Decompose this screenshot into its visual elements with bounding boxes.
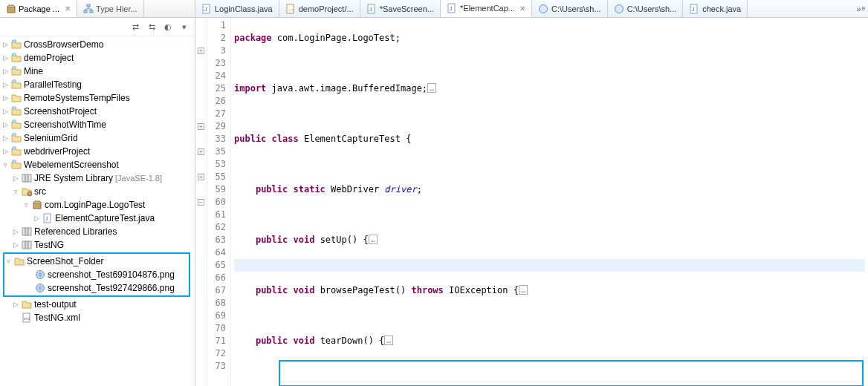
package-item[interactable]: ▿com.LoginPage.LogoTest [1,198,193,212]
line-number: 71 [207,335,226,347]
line-number-gutter[interactable]: 1232324252627293335535559606162636465666… [207,18,231,386]
editor-tab[interactable]: C:\Users\sh... [608,0,684,17]
src-folder[interactable]: ▿src [1,185,193,198]
project-item[interactable]: ▷Mine [1,65,193,78]
close-icon[interactable]: ✕ [519,4,525,13]
line-number: 73 [207,360,226,373]
line-number: 1 [207,19,226,32]
line-number: 68 [207,297,226,310]
globe-icon [538,4,548,14]
open-project-icon [11,39,22,50]
editor-tab[interactable]: Jcheck.java [683,0,748,17]
project-item[interactable]: ▷ParallelTesting [1,78,193,91]
png-file[interactable]: screenshot_Test699104876.png [4,268,189,281]
project-item[interactable]: ▷demoProject [1,51,193,65]
more-tabs-button[interactable]: »9 [853,0,868,17]
focus-icon[interactable]: ◐ [162,21,174,33]
screenshot-folder[interactable]: ▿ScreenShot_Folder [4,255,189,268]
folded-imports-icon[interactable]: … [427,83,436,93]
folded-block-icon[interactable]: … [519,285,528,295]
line-number: 65 [207,259,226,272]
svg-rect-2 [84,10,87,13]
fold-collapse-icon[interactable]: − [198,199,204,206]
line-number: 23 [207,57,226,70]
line-number: 2 [207,32,226,45]
code-content[interactable]: package com.LoginPage.LogoTest; import j… [231,18,868,386]
svg-point-38 [540,4,548,13]
line-number: 24 [207,70,226,82]
svg-text:J: J [450,6,453,11]
project-item[interactable]: ▷CrossBrowserDemo [1,38,193,51]
java-file-icon: J [201,4,212,14]
project-item[interactable]: ▷ScreenshotProject [1,105,193,118]
project-item[interactable]: ▷SeleniumGrid [1,131,193,145]
svg-rect-25 [28,241,31,249]
svg-rect-0 [7,7,15,13]
project-item[interactable]: ▷RemoteSystemsTempFiles [1,91,193,105]
fold-expand-icon[interactable]: + [198,123,204,130]
xml-file[interactable]: xmlTestNG.xml [1,311,193,324]
line-number: 33 [207,133,226,145]
line-number: 3 [207,45,226,57]
library-icon [22,240,32,250]
editor-tab[interactable]: C:\Users\sh... [532,0,608,17]
line-number: 62 [207,221,226,234]
open-project-icon [11,106,22,117]
referenced-libraries[interactable]: ▷Referenced Libraries [1,225,193,238]
editor-tab[interactable]: ＜>demoProject/... [279,0,360,17]
folded-block-icon[interactable]: … [369,235,378,244]
svg-rect-13 [22,174,25,182]
view-menu-icon[interactable]: ▾ [178,21,190,33]
java-file-icon: J [366,4,377,14]
editor-tab-active[interactable]: J*ElementCap...✕ [441,0,532,17]
java-file-icon: J [42,213,53,223]
editor-tab[interactable]: J*SaveScreen... [360,0,441,17]
code-editor[interactable]: + + + + − 1232324252 [195,18,868,386]
package-explorer-tree[interactable]: ▷CrossBrowserDemo ▷demoProject ▷Mine ▷Pa… [0,36,195,386]
tab-type-hierarchy[interactable]: Type Hier... [77,0,144,17]
open-project-icon [11,133,22,143]
line-number: 72 [207,347,226,360]
svg-rect-8 [13,107,16,109]
line-number: 60 [207,196,226,209]
editor-tab[interactable]: JLoginClass.java [195,0,279,17]
line-number: 59 [207,183,226,196]
project-item[interactable]: ▿WebelementScreenshot [1,158,193,171]
java-file[interactable]: ▷JElementCaptureTest.java [1,212,193,225]
link-editor-icon[interactable]: ⇆ [146,21,158,33]
line-number: 61 [207,209,226,221]
fold-expand-icon[interactable]: + [198,148,204,155]
line-number: 27 [207,108,226,120]
jre-library[interactable]: ▷JRE System Library [JavaSE-1.8] [1,171,193,185]
line-number: 67 [207,284,226,297]
folder-icon [14,256,25,266]
svg-text:xml: xml [24,316,30,321]
svg-rect-24 [25,241,28,249]
line-number: 63 [207,234,226,246]
project-item[interactable]: ▷ScreenshotWithTime [1,118,193,131]
open-project-icon [11,53,22,63]
svg-rect-21 [25,228,28,235]
folded-block-icon[interactable]: … [384,336,393,345]
fold-expand-icon[interactable]: + [198,174,204,180]
test-output-folder[interactable]: ▷test-output [1,298,193,311]
open-project-icon [11,120,22,130]
svg-rect-23 [22,241,25,249]
testng-lib[interactable]: ▷TestNG [1,238,193,252]
fold-expand-icon[interactable]: + [198,48,204,54]
svg-rect-10 [13,134,16,136]
close-icon[interactable]: ✕ [65,4,71,13]
svg-rect-20 [22,228,25,235]
line-number: 70 [207,322,226,335]
collapse-all-icon[interactable]: ⇄ [129,21,141,33]
svg-rect-14 [25,174,28,182]
tab-package-explorer[interactable]: Package ... ✕ [0,0,77,17]
folder-icon [22,299,32,310]
svg-text:J: J [369,7,372,12]
fold-gutter[interactable]: + + + + − [195,18,207,386]
svg-rect-15 [28,174,31,182]
png-file[interactable]: screenshot_Test927429866.png [4,281,189,295]
svg-point-16 [27,192,32,196]
project-item[interactable]: ▷webdriverProject [1,145,193,158]
tab-label: Package ... [19,4,59,13]
